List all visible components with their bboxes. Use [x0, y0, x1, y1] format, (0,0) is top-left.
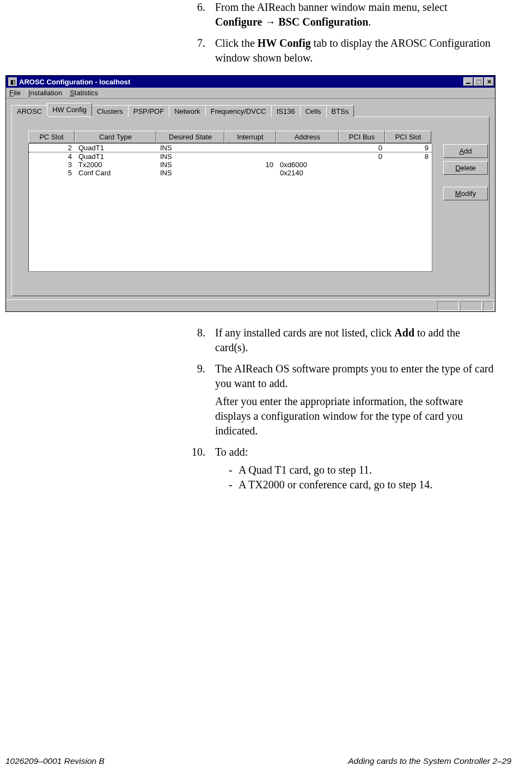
add-button[interactable]: Add	[443, 144, 488, 158]
step-text: To add:-A Quad T1 card, go to step 11.-A…	[215, 445, 494, 492]
step-text: Click the HW Config tab to display the A…	[215, 36, 494, 69]
window-title: AROSC Configuration - localhost	[19, 78, 463, 86]
column-header[interactable]: PCI Slot	[385, 131, 431, 143]
column-header[interactable]: Card Type	[75, 131, 156, 143]
card-list[interactable]: 2QuadT1INS094QuadT1INS083Tx2000INS100xd6…	[28, 144, 432, 272]
tab-is136[interactable]: IS136	[271, 105, 301, 117]
column-header[interactable]: PCI Bus	[339, 131, 385, 143]
table-row[interactable]: 5Conf CardINS0x2140	[29, 169, 432, 177]
tab-psp-pof[interactable]: PSP/POF	[128, 105, 169, 117]
tabstrip: AROSCHW ConfigClustersPSP/POFNetworkFreq…	[11, 103, 490, 117]
step-number: 6.	[185, 0, 215, 33]
column-header[interactable]: Interrupt	[224, 131, 276, 143]
footer-left: 1026209–0001 Revision B	[5, 756, 105, 766]
step-text: If any installed cards are not listed, c…	[215, 326, 494, 358]
step-text: From the AIReach banner window main menu…	[215, 0, 494, 33]
menubar: FileInstallationStatistics	[6, 88, 495, 99]
column-header[interactable]: Desired State	[156, 131, 224, 143]
tab-network[interactable]: Network	[169, 105, 206, 117]
column-header[interactable]: Address	[276, 131, 339, 143]
maximize-button	[474, 77, 484, 86]
menu-ile[interactable]: File	[9, 89, 21, 97]
tab-btss[interactable]: BTSs	[326, 105, 354, 117]
table-row[interactable]: 2QuadT1INS09	[29, 144, 432, 152]
step-text: The AIReach OS software prompts you to e…	[215, 362, 494, 442]
minimize-button[interactable]	[463, 77, 473, 86]
sub-item: -A TX2000 or conference card, go to step…	[229, 477, 494, 492]
table-row[interactable]: 4QuadT1INS08	[29, 152, 432, 161]
column-headers: PC SlotCard TypeDesired StateInterruptAd…	[28, 131, 432, 144]
step-number: 10.	[185, 445, 215, 492]
modify-button[interactable]: Modify	[443, 187, 488, 200]
system-menu-icon[interactable]: ◧	[8, 77, 17, 86]
step-number: 9.	[185, 362, 215, 442]
step-number: 8.	[185, 326, 215, 358]
table-row[interactable]: 3Tx2000INS100xd6000	[29, 161, 432, 169]
delete-button[interactable]: Delete	[443, 161, 488, 175]
close-button[interactable]: ✕	[484, 77, 494, 86]
column-header[interactable]: PC Slot	[28, 131, 75, 143]
menu-nstallation[interactable]: Installation	[28, 89, 62, 97]
tab-clusters[interactable]: Clusters	[91, 105, 129, 117]
step-number: 7.	[185, 36, 215, 69]
tab-arosc[interactable]: AROSC	[11, 105, 47, 117]
tab-frequency-dvcc[interactable]: Frequency/DVCC	[205, 105, 272, 117]
tab-hw-config[interactable]: HW Config	[47, 103, 92, 117]
tab-panel-hwconfig: PC SlotCard TypeDesired StateInterruptAd…	[11, 117, 490, 296]
titlebar: ◧ AROSC Configuration - localhost ✕	[6, 76, 495, 88]
menu-tatistics[interactable]: Statistics	[70, 89, 98, 97]
arosc-window: ◧ AROSC Configuration - localhost ✕ File…	[5, 75, 496, 312]
tab-cells[interactable]: Cells	[300, 105, 327, 117]
statusbar	[6, 299, 495, 311]
page-footer: 1026209–0001 Revision B Adding cards to …	[5, 756, 511, 766]
footer-right: Adding cards to the System Controller 2–…	[348, 756, 511, 766]
sub-item: -A Quad T1 card, go to step 11.	[229, 463, 494, 477]
